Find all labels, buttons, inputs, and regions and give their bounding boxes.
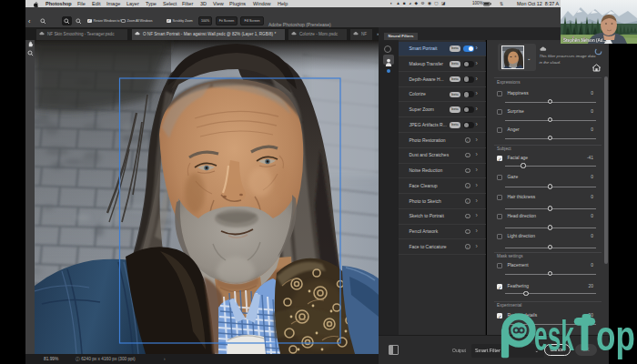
svg-text:op: op — [596, 313, 635, 359]
svg-text:esk: esk — [534, 313, 574, 359]
